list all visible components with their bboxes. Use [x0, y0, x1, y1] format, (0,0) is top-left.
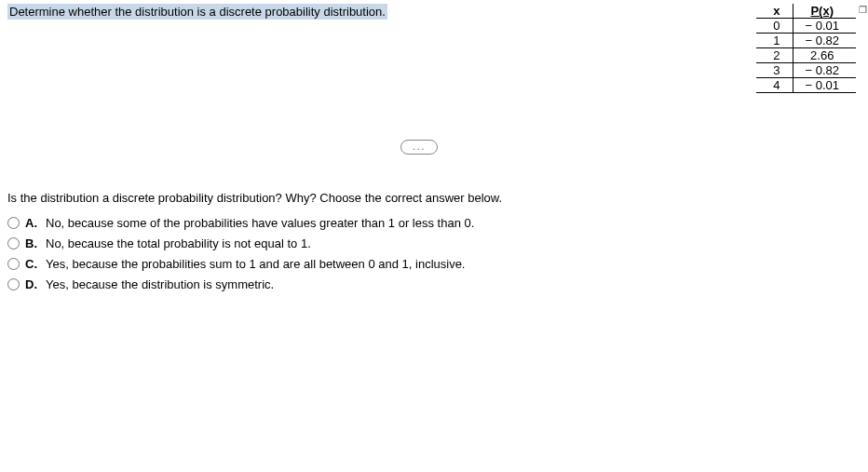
option-letter: D. [25, 277, 40, 291]
cell-px: − 0.01 [793, 19, 856, 34]
cell-x: 1 [756, 34, 793, 48]
cell-x: 2 [756, 48, 793, 63]
cell-x: 4 [756, 78, 793, 93]
cell-x: 0 [756, 19, 793, 34]
header-px: P(x) [793, 4, 856, 19]
table-row: 0 − 0.01 [756, 19, 856, 34]
cell-px: − 0.01 [793, 78, 856, 93]
ellipsis-pill[interactable]: ... [400, 140, 438, 155]
radio-d[interactable] [7, 278, 20, 290]
cell-x: 3 [756, 63, 793, 78]
cell-px: 2.66 [793, 48, 856, 63]
option-text: No, because the total probability is not… [46, 236, 311, 250]
option-letter: B. [25, 236, 40, 250]
option-b[interactable]: B. No, because the total probability is … [7, 236, 474, 250]
sub-question: Is the distribution a discrete probabili… [7, 191, 502, 205]
table-wrapper: ❐ x P(x) 0 − 0.01 1 − 0.82 2 2.66 3 − 0.… [756, 4, 861, 93]
cell-px: − 0.82 [793, 63, 856, 78]
option-d[interactable]: D. Yes, because the distribution is symm… [7, 277, 474, 291]
option-letter: C. [25, 257, 40, 271]
radio-a[interactable] [7, 217, 20, 229]
option-letter: A. [25, 216, 40, 230]
question-title: Determine whether the distribution is a … [7, 4, 387, 20]
table-row: 3 − 0.82 [756, 63, 856, 78]
table-header-row: x P(x) [756, 4, 856, 19]
option-a[interactable]: A. No, because some of the probabilities… [7, 216, 474, 230]
table-row: 4 − 0.01 [756, 78, 856, 93]
top-row: Determine whether the distribution is a … [7, 4, 861, 93]
cell-px: − 0.82 [793, 34, 856, 48]
popup-icon[interactable]: ❐ [859, 5, 868, 14]
table-row: 1 − 0.82 [756, 34, 856, 48]
option-text: No, because some of the probabilities ha… [46, 216, 474, 230]
header-x: x [756, 4, 793, 19]
probability-table: x P(x) 0 − 0.01 1 − 0.82 2 2.66 3 − 0.82… [756, 4, 856, 93]
option-c[interactable]: C. Yes, because the probabilities sum to… [7, 257, 474, 271]
option-text: Yes, because the probabilities sum to 1 … [46, 257, 465, 271]
options-group: A. No, because some of the probabilities… [7, 216, 474, 298]
option-text: Yes, because the distribution is symmetr… [46, 277, 274, 291]
table-row: 2 2.66 [756, 48, 856, 63]
radio-c[interactable] [7, 258, 20, 270]
radio-b[interactable] [7, 237, 20, 249]
